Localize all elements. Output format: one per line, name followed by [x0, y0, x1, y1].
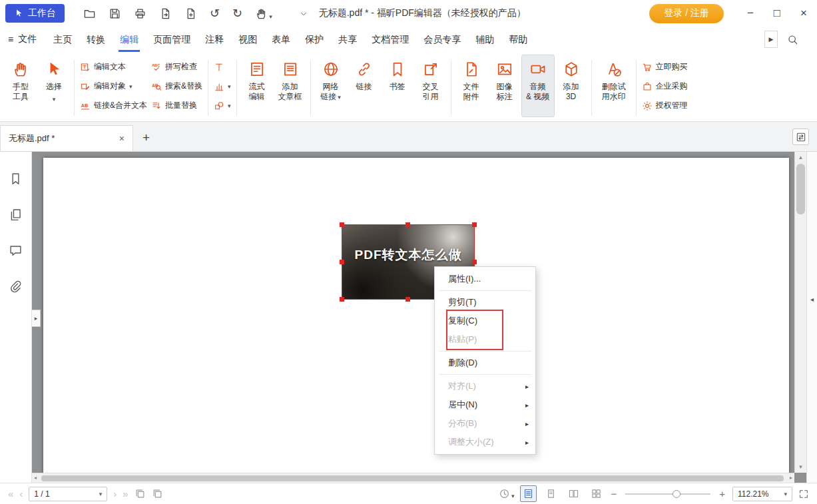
buy-now-button[interactable]: 立即购买 — [640, 59, 690, 75]
add-article-box-button[interactable]: 添加 文章框 — [274, 55, 307, 117]
tab-arrange-button[interactable] — [792, 128, 809, 145]
pages-panel-button[interactable] — [9, 208, 23, 222]
resize-handle-nw[interactable] — [340, 222, 344, 227]
shape-tool-button[interactable]: ▾ — [212, 97, 233, 114]
close-button[interactable]: × — [790, 0, 817, 27]
menu-tab-form[interactable]: 表单 — [264, 27, 298, 52]
document-viewport[interactable]: PDF转文本怎么做 — [32, 152, 794, 473]
workbench-button[interactable]: 工作台 — [5, 4, 65, 23]
context-item-center[interactable]: 居中(N) ▸ — [435, 395, 535, 414]
zoom-out-button[interactable]: − — [611, 488, 617, 499]
left-panel-expand-handle[interactable]: ▸ — [32, 310, 41, 327]
batch-replace-button[interactable]: 批量替换 — [149, 97, 204, 114]
menu-tab-home[interactable]: 主页 — [46, 27, 79, 52]
hand-quick-button[interactable]: ▾ — [255, 7, 272, 20]
vertical-scrollbar[interactable]: ▲ ▼ — [794, 152, 806, 473]
menu-tab-help[interactable]: 帮助 — [501, 27, 535, 52]
page-number-combo[interactable]: 1 / 1 ▾ — [29, 487, 107, 501]
link-merge-text-button[interactable]: 链接&合并文本 — [78, 97, 149, 114]
reading-layout-button[interactable] — [520, 485, 537, 502]
menu-tab-edit[interactable]: 编辑 — [113, 27, 146, 52]
scroll-right-button[interactable]: ▸ — [790, 475, 792, 481]
menu-more-button[interactable]: ▶ — [764, 31, 778, 48]
resize-handle-s[interactable] — [406, 297, 410, 302]
prev-page-button[interactable]: ‹ — [19, 488, 23, 499]
menu-tab-page-manage[interactable]: 页面管理 — [146, 27, 198, 52]
facing-pages-view-button[interactable] — [565, 485, 582, 502]
context-item-cut[interactable]: 剪切(T) — [435, 293, 535, 312]
hand-tool-button[interactable]: 手型 工具 — [4, 55, 37, 117]
comments-panel-button[interactable] — [9, 244, 23, 258]
quick-toolbar-collapse-button[interactable] — [299, 8, 308, 18]
grid-view-button[interactable] — [588, 485, 605, 502]
tab-close-button[interactable]: × — [119, 133, 125, 144]
vertical-scroll-thumb[interactable] — [796, 164, 805, 214]
context-item-delete[interactable]: 删除(D) — [435, 354, 535, 372]
chart-tool-button[interactable]: ▾ — [212, 78, 233, 95]
attachments-panel-button[interactable] — [9, 280, 23, 294]
create-pdf-button[interactable] — [184, 7, 197, 20]
next-page-button[interactable]: › — [113, 488, 117, 499]
context-item-properties[interactable]: 属性(I)... — [435, 270, 535, 288]
menu-tab-protect[interactable]: 保护 — [298, 27, 331, 52]
license-manage-button[interactable]: 授权管理 — [640, 97, 690, 114]
menu-tab-convert[interactable]: 转换 — [79, 27, 113, 52]
menu-tab-doc-manage[interactable]: 文档管理 — [364, 27, 416, 52]
audio-video-button[interactable]: 音频 & 视频 — [521, 55, 555, 117]
menu-tab-share[interactable]: 共享 — [331, 27, 364, 52]
horizontal-scroll-thumb[interactable] — [41, 475, 784, 481]
search-button[interactable] — [787, 34, 798, 45]
fullscreen-button[interactable] — [798, 488, 809, 499]
spell-check-button[interactable]: 拼写检查 — [149, 59, 204, 75]
open-file-button[interactable] — [83, 7, 96, 20]
bookmark-button[interactable]: 书签 — [381, 55, 414, 117]
horizontal-scrollbar[interactable]: ◂ ▸ — [32, 473, 794, 483]
last-page-button[interactable]: » — [123, 488, 128, 499]
image-annotation-button[interactable]: 图像 标注 — [488, 55, 521, 117]
text-tool-button[interactable] — [212, 59, 233, 75]
file-attachment-button[interactable]: 文件 附件 — [455, 55, 488, 117]
search-replace-button[interactable]: 搜索&替换 — [149, 78, 204, 95]
snapshot-button[interactable] — [135, 488, 146, 499]
web-link-button[interactable]: 网络 链接 ▾ — [314, 55, 348, 117]
print-button[interactable] — [134, 7, 146, 20]
scroll-down-button[interactable]: ▼ — [795, 464, 806, 470]
right-panel-expand-handle[interactable]: ◂ — [807, 296, 817, 303]
menu-tab-comment[interactable]: 注释 — [198, 27, 231, 52]
select-tool-button[interactable]: 选择 ▾ — [37, 55, 71, 117]
zoom-in-button[interactable]: + — [719, 488, 725, 499]
zoom-slider[interactable] — [625, 493, 710, 495]
undo-button[interactable]: ↺ — [210, 7, 220, 20]
menu-tab-accessibility[interactable]: 辅助 — [468, 27, 501, 52]
zoom-level-combo[interactable]: 112.21% ▾ — [732, 487, 792, 501]
menu-tab-member[interactable]: 会员专享 — [416, 27, 468, 52]
resize-handle-w[interactable] — [340, 260, 344, 264]
menu-tab-view[interactable]: 视图 — [231, 27, 264, 52]
link-button[interactable]: 链接 — [348, 55, 381, 117]
add-3d-button[interactable]: 添加 3D — [555, 55, 588, 117]
resize-handle-ne[interactable] — [472, 222, 477, 227]
resize-handle-n[interactable] — [406, 222, 410, 227]
first-page-button[interactable]: « — [8, 488, 13, 499]
single-page-view-button[interactable] — [543, 485, 559, 502]
zoom-slider-knob[interactable] — [673, 490, 681, 498]
edit-text-button[interactable]: 编辑文本 — [78, 59, 149, 75]
minimize-button[interactable]: − — [737, 0, 764, 27]
context-item-copy[interactable]: 复制(C) — [435, 312, 535, 330]
resize-handle-sw[interactable] — [340, 297, 344, 302]
cross-reference-button[interactable]: 交叉 引用 — [414, 55, 447, 117]
save-button[interactable] — [109, 7, 121, 20]
remove-trial-watermark-button[interactable]: 删除试 用水印 — [595, 55, 633, 117]
login-register-button[interactable]: 登录 / 注册 — [649, 4, 724, 23]
edit-object-button[interactable]: 编辑对象 ▾ — [78, 78, 149, 95]
clipboard-button[interactable] — [152, 488, 163, 499]
file-menu-button[interactable]: ≡ 文件 — [8, 33, 37, 45]
enterprise-purchase-button[interactable]: 企业采购 — [640, 78, 690, 95]
scroll-left-button[interactable]: ◂ — [34, 475, 37, 481]
pdf-page[interactable]: PDF转文本怎么做 — [43, 158, 789, 473]
resize-handle-e[interactable] — [472, 260, 477, 264]
auto-scroll-button[interactable]: ▾ — [499, 488, 515, 499]
flow-edit-button[interactable]: 流式 编辑 — [240, 55, 274, 117]
redo-button[interactable]: ↻ — [232, 7, 242, 20]
new-tab-button[interactable]: + — [142, 130, 150, 145]
